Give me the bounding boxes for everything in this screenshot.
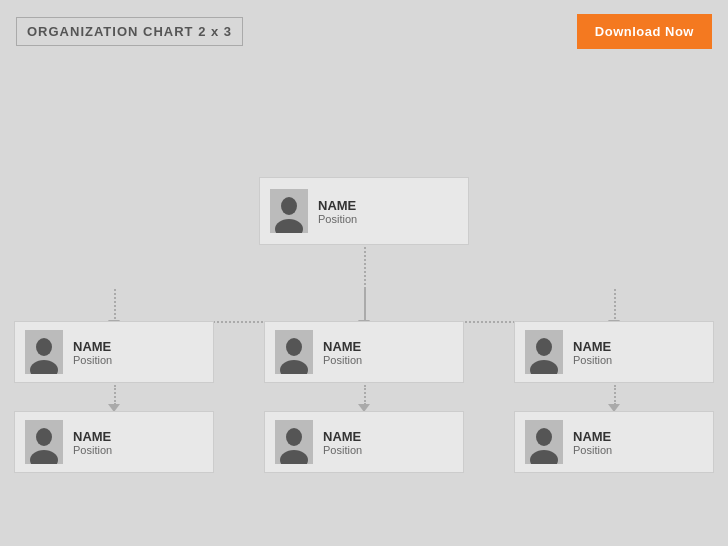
card-l3-left-position: Position <box>73 444 112 456</box>
card-l2-center[interactable]: NAME Position <box>264 321 464 383</box>
card-l3-center-position: Position <box>323 444 362 456</box>
connector-v-right <box>614 289 616 323</box>
connector-v-l3-right <box>614 385 616 405</box>
card-l2-left-name: NAME <box>73 339 112 354</box>
card-l2-right-position: Position <box>573 354 612 366</box>
card-l2-left-text: NAME Position <box>73 339 112 366</box>
card-l3-left-name: NAME <box>73 429 112 444</box>
card-l3-right-name: NAME <box>573 429 612 444</box>
avatar-l3-right <box>525 420 563 464</box>
card-l3-right[interactable]: NAME Position <box>514 411 714 473</box>
avatar-l3-center <box>275 420 313 464</box>
avatar-top <box>270 189 308 233</box>
connector-v-l3-left <box>114 385 116 405</box>
svg-point-1 <box>275 219 303 233</box>
avatar-l3-left <box>25 420 63 464</box>
org-chart: NAME Position NAME Position NAME Positio… <box>0 59 728 546</box>
svg-point-8 <box>36 428 52 446</box>
connector-v-l3-center <box>364 385 366 405</box>
card-l3-center-text: NAME Position <box>323 429 362 456</box>
card-l2-left[interactable]: NAME Position <box>14 321 214 383</box>
header: ORGANIZATION CHART 2 x 3 Download Now <box>0 0 728 59</box>
svg-point-7 <box>530 360 558 374</box>
svg-point-6 <box>536 338 552 356</box>
card-top-name: NAME <box>318 198 357 213</box>
card-l2-right-name: NAME <box>573 339 612 354</box>
connector-v-center <box>364 289 366 323</box>
card-l3-center-name: NAME <box>323 429 362 444</box>
svg-point-2 <box>36 338 52 356</box>
chart-title: ORGANIZATION CHART 2 x 3 <box>16 17 243 46</box>
card-l2-center-name: NAME <box>323 339 362 354</box>
card-l2-right-text: NAME Position <box>573 339 612 366</box>
svg-point-4 <box>286 338 302 356</box>
card-l3-right-text: NAME Position <box>573 429 612 456</box>
avatar-l2-left <box>25 330 63 374</box>
svg-point-12 <box>536 428 552 446</box>
svg-point-5 <box>280 360 308 374</box>
card-top-position: Position <box>318 213 357 225</box>
svg-point-3 <box>30 360 58 374</box>
card-l2-right[interactable]: NAME Position <box>514 321 714 383</box>
download-button[interactable]: Download Now <box>577 14 712 49</box>
avatar-l2-center <box>275 330 313 374</box>
card-l3-left[interactable]: NAME Position <box>14 411 214 473</box>
svg-point-11 <box>280 450 308 464</box>
card-top-text: NAME Position <box>318 198 357 225</box>
avatar-l2-right <box>525 330 563 374</box>
card-l3-center[interactable]: NAME Position <box>264 411 464 473</box>
card-l2-left-position: Position <box>73 354 112 366</box>
svg-point-13 <box>530 450 558 464</box>
connector-v-left <box>114 289 116 323</box>
card-l3-right-position: Position <box>573 444 612 456</box>
card-l2-center-text: NAME Position <box>323 339 362 366</box>
svg-point-0 <box>281 197 297 215</box>
svg-point-10 <box>286 428 302 446</box>
card-l2-center-position: Position <box>323 354 362 366</box>
card-l3-left-text: NAME Position <box>73 429 112 456</box>
card-top[interactable]: NAME Position <box>259 177 469 245</box>
svg-point-9 <box>30 450 58 464</box>
